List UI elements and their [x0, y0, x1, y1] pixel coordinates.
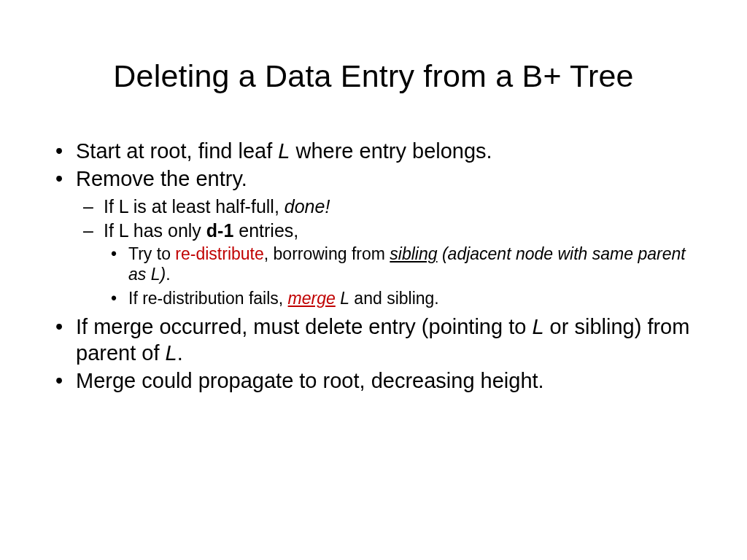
text-italic: L	[278, 139, 290, 163]
list-item: Try to re-distribute, borrowing from sib…	[104, 244, 696, 284]
text-italic: L	[340, 289, 349, 308]
text: , borrowing from	[264, 244, 390, 263]
list-item: Start at root, find leaf L where entry b…	[51, 138, 696, 164]
list-item: Merge could propagate to root, decreasin…	[51, 368, 696, 394]
text: If merge occurred, must delete entry (po…	[76, 315, 532, 338]
text-bold: d-1	[206, 220, 234, 241]
text: If re-distribution fails,	[128, 289, 288, 308]
text-italic: done!	[285, 196, 330, 217]
text: Merge could propagate to root, decreasin…	[76, 369, 544, 392]
list-item: If merge occurred, must delete entry (po…	[51, 314, 696, 367]
text: entries,	[233, 220, 298, 241]
text: Try to	[128, 244, 175, 263]
text: and sibling.	[349, 289, 439, 308]
list-item: If L has only d-1 entries, Try to re-dis…	[76, 219, 696, 309]
list-item: If re-distribution fails, merge L and si…	[104, 289, 696, 309]
slide-title: Deleting a Data Entry from a B+ Tree	[51, 58, 696, 94]
text: Remove the entry.	[76, 167, 247, 190]
text-underline-italic: sibling	[390, 244, 437, 263]
sublist: Try to re-distribute, borrowing from sib…	[104, 244, 696, 309]
text-red-underline-italic: merge	[288, 289, 336, 308]
list-item: If L is at least half-full, done!	[76, 195, 696, 218]
text: If L is at least half-full,	[104, 196, 285, 217]
text-red: re-distribute	[175, 244, 263, 263]
text: where entry belongs.	[290, 139, 492, 163]
text: .	[177, 341, 183, 365]
text: Start at root, find leaf	[76, 139, 278, 163]
sublist: If L is at least half-full, done! If L h…	[76, 195, 696, 309]
text: If L has only	[104, 220, 206, 241]
text-italic: L	[166, 341, 177, 365]
text: .	[166, 265, 170, 284]
list-item: Remove the entry. If L is at least half-…	[51, 166, 696, 309]
text-italic: L	[532, 315, 543, 338]
bullet-list: Start at root, find leaf L where entry b…	[51, 138, 696, 394]
